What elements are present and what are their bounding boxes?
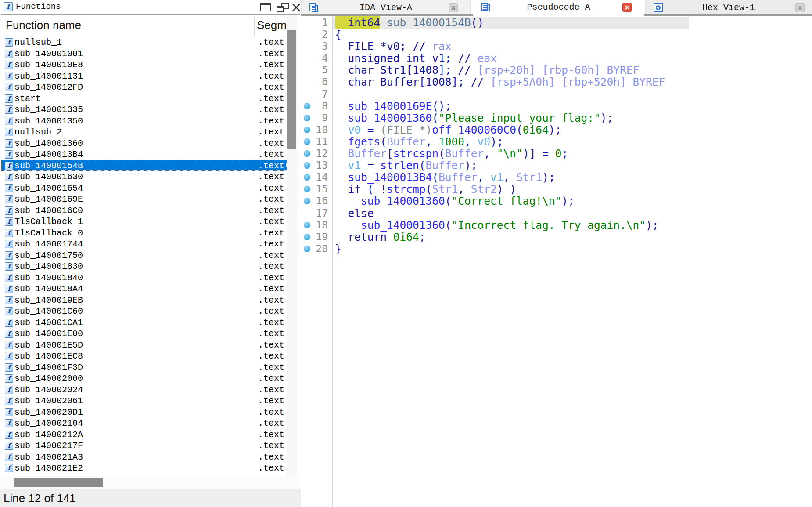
breakpoint-dot[interactable] <box>304 115 310 121</box>
code-line[interactable]: 6 char Buffer[1008]; // [rsp+5A0h] [rbp+… <box>301 76 812 88</box>
code-token[interactable]: , <box>458 183 471 196</box>
function-row[interactable]: fsub_140001360.text <box>1 138 287 149</box>
function-row[interactable]: fsub_140002000.text <box>1 373 287 384</box>
code-token[interactable]: () <box>471 16 484 29</box>
breakpoint-dot[interactable] <box>304 198 310 204</box>
code-token[interactable]: "\n" <box>497 147 523 160</box>
function-name[interactable]: sub_140001CA1 <box>14 318 83 328</box>
breakpoint-gutter[interactable] <box>301 100 313 112</box>
function-name[interactable]: sub_140001350 <box>14 116 83 126</box>
code-token[interactable]: sub_140001360 <box>348 112 432 124</box>
code-token[interactable]: ); <box>490 135 503 148</box>
function-row[interactable]: fsub_1400019EB.text <box>1 295 287 306</box>
close-icon[interactable] <box>291 3 301 14</box>
code-line[interactable]: 19 return 0i64; <box>301 231 812 243</box>
code-token[interactable]: strcmp <box>387 183 426 196</box>
breakpoint-gutter[interactable] <box>301 88 313 100</box>
function-row[interactable]: fsub_1400010E8.text <box>1 59 287 71</box>
code-text[interactable]: if ( !strcmp(Str1, Str2) ) <box>332 183 516 195</box>
code-token[interactable]: ( <box>445 219 452 232</box>
code-token[interactable]: v0 <box>348 123 361 136</box>
breakpoint-dot[interactable] <box>304 186 310 192</box>
function-name[interactable]: start <box>14 94 41 104</box>
function-name[interactable]: nullsub_1 <box>14 37 62 47</box>
tab-ida-view-a[interactable]: IDA View-A <box>301 0 471 14</box>
vertical-scrollbar-thumb[interactable] <box>287 30 296 149</box>
tab-close-icon[interactable] <box>449 3 458 12</box>
code-line[interactable]: 16 sub_140001360("Correct flag!\n"); <box>301 195 812 207</box>
code-token[interactable]: fgets <box>348 135 381 148</box>
column-header-segment[interactable]: Segm <box>257 18 287 32</box>
code-token[interactable]: )] = <box>523 147 555 160</box>
code-token[interactable]: strcspn <box>393 147 438 160</box>
function-name[interactable]: sub_140001C60 <box>14 306 83 316</box>
function-name[interactable]: nullsub_2 <box>14 127 62 137</box>
tab-pseudocode-a[interactable]: Pseudocode-A <box>473 0 644 16</box>
code-text[interactable]: sub_140001360("Please input your flag:")… <box>332 112 613 124</box>
code-token[interactable]: ; <box>419 231 426 243</box>
code-token[interactable]: strlen <box>380 159 419 172</box>
tab-label[interactable]: Hex View-1 <box>646 3 812 13</box>
restore-icon[interactable] <box>277 3 289 12</box>
code-token[interactable]: ); <box>464 159 478 172</box>
function-row[interactable]: fsub_14000154B.text <box>1 160 287 172</box>
breakpoint-gutter[interactable] <box>301 40 313 52</box>
function-row[interactable]: fsub_1400018A4.text <box>1 283 287 295</box>
function-row[interactable]: fsub_1400021E2.text <box>1 463 287 474</box>
function-name[interactable]: sub_14000217F <box>14 441 83 451</box>
code-token[interactable] <box>335 219 361 232</box>
function-row[interactable]: fsub_1400016C0.text <box>1 205 287 217</box>
breakpoint-gutter[interactable] <box>301 17 313 29</box>
code-token[interactable]: (FILE *) <box>380 123 432 136</box>
code-token[interactable]: ); <box>561 195 575 207</box>
code-token[interactable]: { <box>335 28 341 41</box>
breakpoint-gutter[interactable] <box>301 195 313 207</box>
function-row[interactable]: fsub_140001840.text <box>1 272 287 284</box>
code-line[interactable]: 9 sub_140001360("Please input your flag:… <box>301 112 812 124</box>
code-token[interactable]: 0i64 <box>523 123 549 136</box>
pseudocode-view[interactable]: 1__int64 sub_14000154B()2{3 FILE *v0; //… <box>301 16 812 507</box>
breakpoint-gutter[interactable] <box>301 64 313 76</box>
function-name[interactable]: sub_140001E5D <box>14 340 83 350</box>
function-name[interactable]: sub_14000169E <box>14 194 83 204</box>
code-text[interactable]: char Buffer[1008]; // [rsp+5A0h] [rbp+52… <box>332 76 665 88</box>
code-token[interactable]: sub_14000154B <box>387 16 471 29</box>
breakpoint-dot[interactable] <box>304 138 310 145</box>
code-text[interactable]: __int64 sub_14000154B() <box>332 17 484 29</box>
code-text[interactable]: else <box>332 207 374 219</box>
function-row[interactable]: fsub_1400013B4.text <box>1 149 287 160</box>
function-row[interactable]: fnullsub_1.text <box>1 37 287 48</box>
code-token[interactable] <box>335 123 348 136</box>
code-token[interactable]: if ( ! <box>335 183 387 196</box>
code-token[interactable]: char Buffer[1008]; // <box>335 76 490 88</box>
breakpoint-dot[interactable] <box>304 103 310 109</box>
code-token[interactable]: ); <box>600 112 614 124</box>
code-line[interactable]: 7 <box>301 88 812 100</box>
code-token[interactable]: [rsp+20h] [rbp-60h] BYREF <box>478 64 640 76</box>
code-token[interactable]: sub_1400013B4 <box>348 171 432 184</box>
function-row[interactable]: fsub_140001E00.text <box>1 328 287 340</box>
code-token[interactable]: (); <box>432 100 451 112</box>
code-token[interactable]: ( <box>426 183 432 196</box>
function-row[interactable]: fsub_140001630.text <box>1 171 287 183</box>
function-row[interactable]: fsub_1400012FD.text <box>1 82 287 93</box>
breakpoint-gutter[interactable] <box>301 29 313 40</box>
function-row[interactable]: fsub_14000169E.text <box>1 194 287 205</box>
code-token[interactable]: } <box>335 243 341 255</box>
code-line[interactable]: 11 fgets(Buffer, 1000, v0); <box>301 136 812 148</box>
code-token[interactable]: 1000 <box>438 135 464 148</box>
function-name[interactable]: sub_140001830 <box>14 261 83 272</box>
code-text[interactable]: char Str1[1408]; // [rsp+20h] [rbp-60h] … <box>332 64 639 76</box>
code-token[interactable]: [ <box>387 147 393 160</box>
horizontal-scrollbar-thumb[interactable] <box>14 478 103 487</box>
code-line[interactable]: 10 v0 = (FILE *)off_1400060C0(0i64); <box>301 124 812 136</box>
code-token[interactable]: ( <box>432 171 438 184</box>
function-row[interactable]: fsub_14000212A.text <box>1 429 287 441</box>
code-text[interactable]: v0 = (FILE *)off_1400060C0(0i64); <box>332 124 561 136</box>
code-text[interactable]: Buffer[strcspn(Buffer, "\n")] = 0; <box>332 148 568 159</box>
function-row[interactable]: fsub_140001E5D.text <box>1 340 287 351</box>
column-header-function-name[interactable]: Function name <box>6 18 81 32</box>
function-row[interactable]: fTlsCallback_1.text <box>1 216 287 228</box>
function-name[interactable]: TlsCallback_1 <box>14 217 83 227</box>
code-token[interactable]: "Incorrect flag. Try again.\n" <box>452 219 646 232</box>
